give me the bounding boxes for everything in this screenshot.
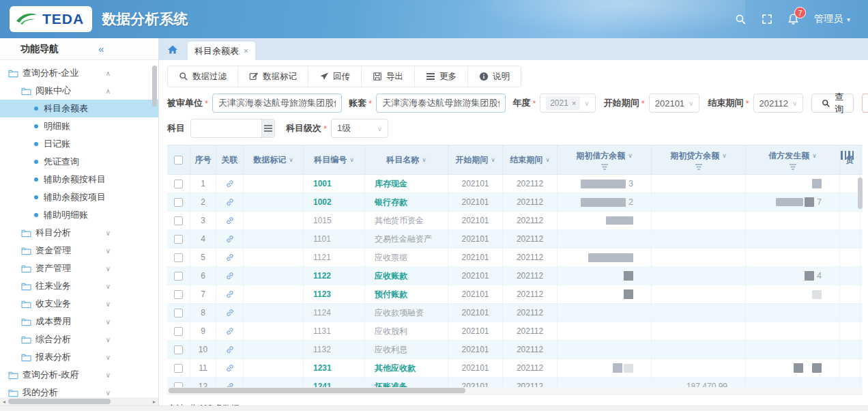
reset-button[interactable]: 重置: [862, 94, 868, 113]
数据标记-button[interactable]: 数据标记: [238, 66, 308, 87]
sidebar-item-综合分析[interactable]: 综合分析∨: [0, 330, 158, 348]
query-button[interactable]: 查询: [811, 94, 854, 113]
user-menu[interactable]: 管理员 ▾: [814, 13, 850, 25]
link-icon[interactable]: [225, 363, 235, 373]
tab-subject-balance[interactable]: 科目余额表 ×: [188, 42, 255, 60]
subject-code[interactable]: 1001: [313, 179, 332, 188]
sidebar-item-资产管理[interactable]: 资产管理∨: [0, 259, 158, 277]
start-period-select[interactable]: 202101 ∨: [649, 94, 700, 113]
sidebar-item-凭证查询[interactable]: 凭证查询: [0, 153, 158, 171]
row-checkbox[interactable]: [174, 216, 183, 225]
说明-button[interactable]: 说明: [468, 66, 521, 87]
sidebar-item-辅助余额按科目[interactable]: 辅助余额按科目: [0, 171, 158, 188]
row-checkbox[interactable]: [174, 272, 183, 281]
sidebar-item-成本费用[interactable]: 成本费用∨: [0, 313, 158, 330]
column-header-name[interactable]: 科目名称∨: [365, 145, 448, 174]
subject-name[interactable]: 坏账准备: [375, 381, 407, 388]
scroll-left-arrow-icon[interactable]: ◂: [0, 399, 8, 405]
subject-name[interactable]: 应收票据: [375, 252, 407, 264]
sidebar-item-明细账[interactable]: 明细账: [0, 117, 158, 135]
link-icon[interactable]: [225, 345, 235, 354]
column-header-end[interactable]: 结束期间∨: [503, 145, 558, 174]
subject-name[interactable]: 应收账款: [375, 270, 407, 282]
sidebar-item-报表分析[interactable]: 报表分析∨: [0, 348, 158, 366]
subject-name[interactable]: 其他应收款: [375, 363, 416, 374]
row-checkbox[interactable]: [174, 253, 183, 262]
link-icon[interactable]: [225, 234, 235, 244]
subject-input[interactable]: [190, 119, 275, 138]
subject-code[interactable]: 1101: [313, 234, 331, 244]
subject-name[interactable]: 库存现金: [375, 178, 407, 190]
collapse-icon[interactable]: «: [98, 43, 104, 55]
row-checkbox[interactable]: [174, 327, 183, 336]
notifications[interactable]: 7: [787, 13, 799, 25]
sidebar-horizontal-scrollbar[interactable]: ◂ ▸: [0, 397, 158, 406]
更多-button[interactable]: 更多: [415, 66, 468, 87]
subject-code[interactable]: 1121: [313, 253, 331, 262]
sort-caret-icon[interactable]: ∨: [628, 152, 633, 159]
tab-close-icon[interactable]: ×: [244, 46, 248, 56]
link-icon[interactable]: [225, 271, 235, 281]
sidebar-item-辅助明细账[interactable]: 辅助明细账: [0, 206, 158, 224]
subject-code[interactable]: 1123: [313, 289, 331, 299]
column-header-code[interactable]: 科目编号∨: [304, 145, 365, 174]
audited-unit-input[interactable]: 天津滨海泰达航母旅游集团股份: [212, 94, 342, 113]
link-icon[interactable]: [225, 382, 235, 387]
sidebar-item-往来业务[interactable]: 往来业务∨: [0, 277, 158, 295]
link-icon[interactable]: [225, 326, 235, 336]
sidebar-item-辅助余额按项目[interactable]: 辅助余额按项目: [0, 188, 158, 206]
filter-icon[interactable]: [601, 164, 609, 170]
fullscreen-icon[interactable]: [762, 14, 772, 25]
grid-vertical-scrollbar[interactable]: [858, 178, 863, 382]
link-icon[interactable]: [225, 179, 235, 188]
sidebar-item-收支业务[interactable]: 收支业务∨: [0, 295, 158, 313]
subject-code[interactable]: 1122: [313, 271, 331, 281]
sort-caret-icon[interactable]: ∨: [289, 156, 293, 163]
link-icon[interactable]: [225, 197, 235, 207]
tag-close-icon[interactable]: ×: [572, 99, 576, 107]
sort-caret-icon[interactable]: ∨: [545, 156, 550, 163]
link-icon[interactable]: [225, 289, 235, 299]
column-header-mark[interactable]: 数据标记∨: [244, 145, 304, 174]
filter-icon[interactable]: [695, 164, 703, 170]
subject-code[interactable]: 1132: [313, 345, 331, 354]
数据过滤-button[interactable]: 数据过滤: [168, 66, 238, 87]
end-period-select[interactable]: 202112 ∨: [753, 94, 804, 113]
sidebar-item-日记账[interactable]: 日记账: [0, 135, 158, 153]
subject-name[interactable]: 应收股利: [375, 326, 407, 337]
column-settings-icon[interactable]: [841, 151, 854, 160]
row-checkbox[interactable]: [174, 309, 183, 317]
column-header-od[interactable]: 期初借方余额∨: [558, 145, 652, 174]
sort-caret-icon[interactable]: ∨: [349, 156, 354, 163]
subject-code[interactable]: 1241: [313, 382, 332, 387]
list-picker-icon[interactable]: [261, 119, 274, 137]
sidebar-item-阅账中心[interactable]: 阅账中心∧: [0, 82, 158, 100]
year-select[interactable]: 2021 × ∨: [540, 94, 595, 113]
select-all-checkbox[interactable]: [174, 156, 183, 165]
search-icon[interactable]: [735, 14, 747, 25]
sidebar-item-科目分析[interactable]: 科目分析∨: [0, 224, 158, 242]
sidebar-item-查询分析-政府[interactable]: 查询分析-政府∨: [0, 366, 158, 384]
subject-code[interactable]: 1002: [313, 197, 332, 207]
sidebar-vertical-scrollbar[interactable]: [152, 66, 157, 386]
row-checkbox[interactable]: [174, 198, 183, 207]
sort-caret-icon[interactable]: ∨: [722, 152, 727, 159]
subject-name[interactable]: 银行存款: [375, 197, 407, 208]
link-icon[interactable]: [225, 216, 235, 225]
column-header-oc[interactable]: 期初贷方余额∨: [652, 145, 746, 174]
home-icon[interactable]: [167, 44, 178, 55]
row-checkbox[interactable]: [174, 364, 183, 373]
column-header-dr[interactable]: 借方发生额∨: [746, 145, 840, 174]
subject-code[interactable]: 1131: [313, 326, 331, 336]
row-checkbox[interactable]: [174, 382, 183, 388]
account-book-input[interactable]: 天津滨海泰达航母旅游集团股份: [376, 94, 506, 113]
subject-name[interactable]: 其他货币资金: [375, 215, 424, 227]
sidebar-item-科目余额表[interactable]: 科目余额表: [0, 100, 158, 117]
column-header-start[interactable]: 开始期间∨: [448, 145, 503, 174]
link-icon[interactable]: [225, 253, 235, 262]
row-checkbox[interactable]: [174, 180, 183, 188]
subject-code[interactable]: 1124: [313, 308, 331, 317]
row-checkbox[interactable]: [174, 290, 183, 299]
subject-code[interactable]: 1231: [313, 363, 332, 373]
link-icon[interactable]: [225, 308, 235, 317]
